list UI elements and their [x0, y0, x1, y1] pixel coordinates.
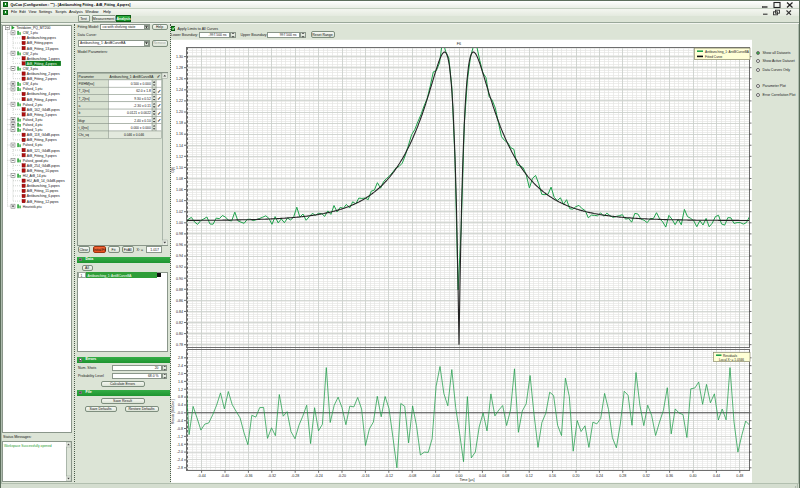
svg-text:Antibunching.pqres: Antibunching.pqres: [27, 36, 56, 40]
svg-text:-0.0: -0.0: [177, 411, 183, 415]
svg-text:HU_AtB_14.ptu: HU_AtB_14.ptu: [23, 174, 47, 178]
svg-text:0.94: 0.94: [176, 255, 183, 259]
svg-text:62.0 ± 1.8: 62.0 ± 1.8: [136, 89, 151, 93]
svg-text:1.26: 1.26: [176, 77, 183, 81]
svg-text:-0.08: -0.08: [408, 474, 416, 478]
svg-text:AtB_254_G4dB.pqres: AtB_254_G4dB.pqres: [27, 163, 60, 167]
svg-text:1.08: 1.08: [176, 177, 183, 181]
svg-text:-2.8: -2.8: [177, 466, 183, 470]
svg-text:0.84: 0.84: [176, 310, 183, 314]
svg-text:Pulsed_5.ptu: Pulsed_5.ptu: [23, 128, 43, 132]
svg-text:-0.24: -0.24: [314, 474, 322, 478]
svg-text:✓: ✓: [157, 96, 161, 101]
svg-text:Antibunching_2.pqres: Antibunching_2.pqres: [27, 72, 60, 76]
svg-text:2.8: 2.8: [178, 356, 183, 360]
svg-text:bkgr: bkgr: [79, 118, 86, 122]
svg-text:0.0121 ± 0.0022: 0.0121 ± 0.0022: [127, 111, 151, 115]
svg-text:Pulsed_3.ptu: Pulsed_3.ptu: [23, 117, 43, 121]
svg-text:✓: ✓: [157, 103, 161, 108]
svg-text:-1.6: -1.6: [177, 443, 183, 447]
svg-text:Resids [StdDev.]: Resids [StdDev.]: [171, 400, 175, 424]
svg-text:0.16: 0.16: [549, 474, 556, 478]
svg-text:T_2[ns]: T_2[ns]: [79, 96, 90, 100]
svg-text:-0.12: -0.12: [385, 474, 393, 478]
svg-text:-0.28: -0.28: [291, 474, 299, 478]
svg-text:Pulsed_6.ptu: Pulsed_6.ptu: [23, 143, 43, 147]
svg-text:CW_2.ptu: CW_2.ptu: [23, 51, 38, 55]
svg-text:AtB_Fitting_11.pqres: AtB_Fitting_11.pqres: [27, 189, 59, 193]
svg-text:AtB_118_G4dB.pqres: AtB_118_G4dB.pqres: [27, 133, 60, 137]
svg-text:1.10: 1.10: [176, 166, 183, 170]
svg-text:-0.44: -0.44: [197, 474, 205, 478]
svg-text:HU_AtB_14_G4dB.pqres: HU_AtB_14_G4dB.pqres: [27, 179, 65, 183]
svg-text:t_0[ns]: t_0[ns]: [78, 125, 88, 129]
svg-text:CW_4.ptu: CW_4.ptu: [23, 82, 38, 86]
svg-text:AtB_Fitting_10.pqres: AtB_Fitting_10.pqres: [27, 168, 59, 172]
svg-text:0.82: 0.82: [176, 321, 183, 325]
svg-text:0.96: 0.96: [176, 243, 183, 247]
svg-text:9.30 ± 0.52: 9.30 ± 0.52: [134, 96, 151, 100]
svg-text:Antibunching_5.pqres: Antibunching_5.pqres: [27, 184, 60, 188]
svg-text:0.24: 0.24: [596, 474, 603, 478]
svg-text:Chi_sq: Chi_sq: [79, 133, 89, 137]
svg-text:0.04: 0.04: [479, 474, 486, 478]
svg-text:0.40: 0.40: [690, 474, 697, 478]
svg-text:✓: ✓: [157, 74, 161, 79]
svg-text:✓: ✓: [157, 117, 161, 122]
svg-text:0.12: 0.12: [526, 474, 533, 478]
svg-text:Parameter: Parameter: [79, 75, 95, 79]
svg-text:CW_1.ptu: CW_1.ptu: [23, 31, 38, 35]
svg-text:0.36: 0.36: [666, 474, 673, 478]
svg-text:-2.0: -2.0: [177, 451, 183, 455]
svg-text:-0.36: -0.36: [244, 474, 252, 478]
svg-text:AtB_Fitting_4.pqres: AtB_Fitting_4.pqres: [27, 97, 57, 101]
svg-text:b: b: [79, 111, 81, 115]
svg-text:Pulsed_good.ptu: Pulsed_good.ptu: [23, 158, 49, 162]
svg-text:Testdaten_PQ_MT200: Testdaten_PQ_MT200: [17, 26, 51, 30]
svg-text:0.86: 0.86: [176, 299, 183, 303]
svg-text:-1.2: -1.2: [177, 435, 183, 439]
svg-text:2.0: 2.0: [178, 372, 183, 376]
svg-text:-2.30 ± 0.11: -2.30 ± 0.11: [133, 104, 150, 108]
svg-text:2.4: 2.4: [178, 364, 183, 368]
svg-text:Antibunching_1: AntiBCurveBA: Antibunching_1: AntiBCurveBA: [705, 50, 750, 54]
svg-text:-0.4: -0.4: [177, 419, 183, 423]
svg-text:1.16: 1.16: [176, 133, 183, 137]
svg-text:1.06: 1.06: [176, 188, 183, 192]
svg-text:Time [µs]: Time [µs]: [459, 478, 474, 482]
svg-text:Pulsed_4.ptu: Pulsed_4.ptu: [23, 123, 43, 127]
svg-text:Pulsed_2.ptu: Pulsed_2.ptu: [23, 102, 43, 106]
svg-text:0.90: 0.90: [176, 277, 183, 281]
svg-text:-0.04: -0.04: [431, 474, 439, 478]
svg-text:1.12: 1.12: [176, 155, 183, 159]
svg-text:1.14: 1.14: [176, 144, 183, 148]
svg-text:0.78: 0.78: [176, 343, 183, 347]
svg-text:Local X² = 1.0346: Local X² = 1.0346: [719, 358, 744, 362]
svg-text:-0.32: -0.32: [268, 474, 276, 478]
svg-text:a: a: [79, 104, 81, 108]
svg-text:AtB_Fitting_8.pqres: AtB_Fitting_8.pqres: [27, 138, 57, 142]
svg-text:0.000 ± 0.000: 0.000 ± 0.000: [131, 125, 151, 129]
svg-text:Antibunching_1.pqres: Antibunching_1.pqres: [27, 56, 60, 60]
svg-text:-0.20: -0.20: [338, 474, 346, 478]
svg-text:-0.40: -0.40: [221, 474, 229, 478]
svg-text:0.500 ± 0.000: 0.500 ± 0.000: [131, 82, 151, 86]
svg-text:AtB_Fitting_9.pqres: AtB_Fitting_9.pqres: [27, 153, 57, 157]
svg-text:0.80: 0.80: [176, 332, 183, 336]
svg-text:AtB_121_G4dB.pqres: AtB_121_G4dB.pqres: [27, 148, 60, 152]
svg-text:Antibunching_4.pqres: Antibunching_4.pqres: [27, 92, 60, 96]
svg-text:AtB_Fitting_4.pqres: AtB_Fitting_4.pqres: [27, 61, 57, 65]
svg-text:FWHM[ns]: FWHM[ns]: [79, 82, 95, 86]
svg-text:Antibunching_6.pqres: Antibunching_6.pqres: [27, 194, 60, 198]
svg-text:-0.8: -0.8: [177, 427, 183, 431]
svg-text:Antibunching_1: AntiBCurveBA: Antibunching_1: AntiBCurveBA: [110, 75, 155, 79]
svg-text:1.28: 1.28: [176, 66, 183, 70]
svg-text:Heuristik.ptu: Heuristik.ptu: [23, 204, 42, 208]
svg-text:0.98: 0.98: [176, 232, 183, 236]
svg-text:AtB_Fitting.pqres: AtB_Fitting.pqres: [27, 41, 53, 45]
svg-text:AtB_Fitting_12.pqres: AtB_Fitting_12.pqres: [27, 199, 59, 203]
svg-text:Fitted Curve: Fitted Curve: [705, 55, 723, 59]
svg-text:F6: F6: [457, 42, 461, 46]
svg-text:AtB_Fitting_2.pqres: AtB_Fitting_2.pqres: [27, 77, 57, 81]
svg-text:✓: ✓: [157, 88, 161, 93]
